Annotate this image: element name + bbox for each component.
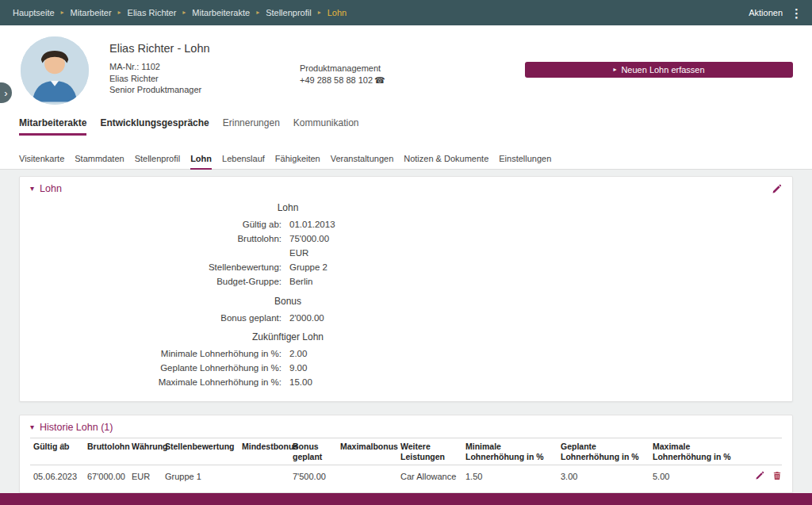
new-lohn-button-label: Neuen Lohn erfassen (621, 65, 704, 75)
col-stellenbewertung: Stellenbewertung (162, 438, 239, 465)
breadcrumb-separator-icon: ▸ (118, 10, 121, 16)
tab-veranstaltungen[interactable]: Veranstaltungen (331, 154, 394, 169)
edit-lohn-button[interactable] (772, 184, 782, 194)
tab-einstellungen[interactable]: Einstellungen (499, 154, 551, 169)
col-waehrung: Währung (128, 438, 162, 465)
edit-row-button[interactable] (755, 471, 764, 480)
collapse-icon[interactable]: ▾ (30, 423, 34, 431)
caret-right-icon: ▸ (613, 67, 616, 73)
historie-lohn-table: Gültig ab ⇅ Bruttolohn Währung Stellenbe… (30, 438, 782, 488)
pencil-icon (755, 471, 764, 480)
employee-jobtitle: Senior Produktmanager (109, 84, 201, 96)
tab-stammdaten[interactable]: Stammdaten (75, 154, 124, 169)
actions-menu-button[interactable]: Aktionen (749, 8, 783, 17)
sort-icon[interactable]: ⇅ (60, 442, 67, 452)
employee-info: MA-Nr.: 1102 Elias Richter Senior Produk… (109, 61, 201, 96)
col-actions (746, 438, 782, 465)
tab-kommunikation[interactable]: Kommunikation (293, 117, 359, 136)
footer-bar (0, 493, 812, 505)
breadcrumb-item-mitarbeiter[interactable]: Mitarbeiter (71, 8, 112, 17)
col-weitere-leistungen: Weitere Leistungen (397, 438, 462, 465)
field-gueltig-ab: Gültig ab: 01.01.2013 (20, 220, 556, 230)
department: Produktmanagement (300, 63, 385, 75)
page-title: Elias Richter - Lohn (109, 42, 210, 55)
employee-number: MA-Nr.: 1102 (109, 61, 201, 73)
breadcrumb-item-hauptseite[interactable]: Hauptseite (13, 8, 55, 17)
col-bonus-geplant: Bonus geplant (289, 438, 337, 465)
breadcrumb-item-lohn-current[interactable]: Lohn (327, 8, 347, 17)
field-max-lohnerhoehung: Maximale Lohnerhöhung in %: 15.00 (20, 377, 556, 388)
tab-lohn[interactable]: Lohn (190, 154, 212, 170)
lohn-card-title: Lohn (40, 183, 62, 194)
phone-number: +49 288 58 88 102 (300, 75, 373, 85)
delete-row-button[interactable] (772, 471, 782, 480)
section-title-zukuenftiger-lohn: Zukünftiger Lohn (20, 331, 556, 342)
breadcrumb-separator-icon: ▸ (256, 10, 259, 16)
pencil-icon (772, 184, 782, 194)
tab-visitenkarte[interactable]: Visitenkarte (19, 154, 64, 169)
historie-card-title: Historie Lohn (1) (40, 422, 113, 433)
field-bruttolohn: Bruttolohn: 75'000.00 (20, 234, 556, 244)
breadcrumb-bar: Hauptseite ▸ Mitarbeiter ▸ Elias Richter… (0, 0, 812, 25)
new-lohn-button[interactable]: ▸ Neuen Lohn erfassen (525, 62, 793, 78)
col-maximalbonus: Maximalbonus (337, 438, 397, 465)
col-min-lohnerhoehung: Minimale Lohnerhöhung in % (462, 438, 557, 465)
kebab-menu-icon[interactable]: ⋮ (791, 7, 802, 19)
lohn-form: Lohn Gültig ab: 01.01.2013 Bruttolohn: 7… (20, 202, 556, 401)
breadcrumb-item-mitarbeiterakte[interactable]: Mitarbeiterakte (192, 8, 250, 17)
collapse-icon[interactable]: ▾ (30, 185, 34, 193)
field-stellenbewertung: Stellenbewertung: Gruppe 2 (20, 262, 556, 273)
section-title-lohn: Lohn (20, 202, 556, 213)
breadcrumb-separator-icon: ▸ (182, 10, 186, 16)
employee-name: Elias Richter (109, 73, 201, 85)
breadcrumb-separator-icon: ▸ (318, 10, 321, 16)
expand-panel-button[interactable]: › (0, 82, 12, 103)
main-content: ▾ Lohn Lohn Gültig ab: 01.01.2013 Brutto… (0, 170, 812, 493)
field-budget-gruppe: Budget-Gruppe: Berlin (20, 277, 556, 287)
breadcrumb-separator-icon: ▸ (61, 10, 64, 16)
tab-stellenprofil[interactable]: Stellenprofil (135, 154, 180, 169)
tab-lebenslauf[interactable]: Lebenslauf (222, 154, 265, 169)
field-waehrung: EUR (20, 248, 556, 258)
primary-tabs: Mitarbeiterakte Entwicklungsgespräche Er… (19, 117, 359, 136)
employee-contact: Produktmanagement +49 288 58 88 102☎ (300, 63, 385, 86)
trash-icon (772, 471, 782, 480)
breadcrumb-item-elias-richter[interactable]: Elias Richter (128, 8, 177, 17)
tab-entwicklungsgespraeche[interactable]: Entwicklungsgespräche (100, 117, 209, 136)
breadcrumb-item-stellenprofil[interactable]: Stellenprofil (266, 8, 311, 17)
section-title-bonus: Bonus (20, 296, 556, 307)
employee-header: › Elias Richter - Lohn MA-Nr.: 1102 Elia… (0, 25, 812, 170)
secondary-tabs: Visitenkarte Stammdaten Stellenprofil Lo… (0, 154, 812, 170)
col-geplante-lohnerhoehung: Geplante Lohnerhöhung in % (557, 438, 649, 465)
col-gueltig-ab[interactable]: Gültig ab ⇅ (30, 438, 84, 465)
field-min-lohnerhoehung: Minimale Lohnerhöhung in %: 2.00 (20, 349, 556, 359)
avatar (21, 36, 89, 105)
table-header-row: Gültig ab ⇅ Bruttolohn Währung Stellenbe… (30, 438, 782, 465)
tab-erinnerungen[interactable]: Erinnerungen (223, 117, 280, 136)
field-geplante-lohnerhoehung: Geplante Lohnerhöhung in %: 9.00 (20, 363, 556, 373)
col-max-lohnerhoehung: Maximale Lohnerhöhung in % (649, 438, 746, 465)
col-mindestbonus: Mindestbonus (239, 438, 289, 465)
row-actions (746, 465, 782, 488)
phone-link[interactable]: +49 288 58 88 102☎ (300, 75, 385, 86)
breadcrumb: Hauptseite ▸ Mitarbeiter ▸ Elias Richter… (13, 8, 347, 17)
field-bonus-geplant: Bonus geplant: 2'000.00 (20, 313, 556, 323)
tab-mitarbeiterakte[interactable]: Mitarbeiterakte (19, 117, 86, 136)
tab-faehigkeiten[interactable]: Fähigkeiten (275, 154, 320, 169)
table-row: 05.06.2023 67'000.00 EUR Gruppe 1 7'500.… (30, 465, 782, 488)
tab-notizen-dokumente[interactable]: Notizen & Dokumente (404, 154, 488, 169)
historie-lohn-card: ▾ Historie Lohn (1) Gültig ab ⇅ Bruttolo… (19, 415, 793, 493)
lohn-card: ▾ Lohn Lohn Gültig ab: 01.01.2013 Brutto… (19, 176, 793, 402)
col-bruttolohn: Bruttolohn (84, 438, 128, 465)
phone-icon: ☎ (374, 75, 385, 85)
